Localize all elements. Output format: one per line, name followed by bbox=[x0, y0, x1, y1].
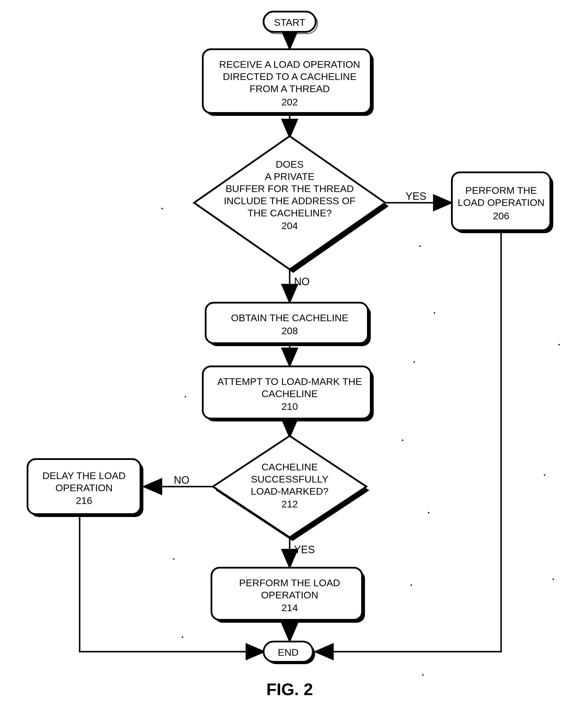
svg-point-32 bbox=[419, 246, 421, 247]
node-206-ref: 206 bbox=[493, 210, 510, 221]
node-212-line3: LOAD-MARKED? bbox=[251, 486, 328, 497]
node-206: PERFORM THE LOAD OPERATION 206 bbox=[452, 172, 553, 233]
node-216-line1: DELAY THE LOAD bbox=[42, 470, 125, 481]
node-214-ref: 214 bbox=[282, 602, 298, 613]
svg-point-38 bbox=[173, 559, 175, 560]
node-214: PERFORM THE LOAD OPERATION 214 bbox=[211, 568, 365, 623]
svg-point-33 bbox=[434, 312, 435, 314]
node-216-line2: OPERATION bbox=[55, 482, 113, 493]
start-label: START bbox=[274, 17, 305, 28]
edge-label-no-212: NO bbox=[174, 474, 190, 486]
node-204-line1: DOES bbox=[276, 159, 303, 170]
node-204: DOES A PRIVATE BUFFER FOR THE THREAD INC… bbox=[194, 136, 389, 273]
node-204-line4: INCLUDE THE ADDRESS OF bbox=[224, 195, 356, 206]
node-208-ref: 208 bbox=[282, 325, 298, 336]
svg-point-37 bbox=[428, 512, 430, 513]
edge-label-yes-204: YES bbox=[405, 190, 426, 202]
node-212-ref: 212 bbox=[282, 499, 298, 509]
node-212-line1: CACHELINE bbox=[262, 461, 318, 472]
node-202: RECEIVE A LOAD OPERATION DIRECTED TO A C… bbox=[203, 49, 374, 116]
node-210-line2: CACHELINE bbox=[262, 388, 318, 399]
node-204-line3: BUFFER FOR THE THREAD bbox=[226, 183, 354, 194]
svg-point-40 bbox=[182, 637, 183, 638]
node-214-line1: PERFORM THE LOAD bbox=[239, 577, 340, 588]
end-node: END bbox=[264, 642, 315, 664]
svg-point-36 bbox=[402, 440, 403, 441]
node-206-line2: LOAD OPERATION bbox=[458, 197, 545, 208]
node-204-ref: 204 bbox=[282, 220, 298, 231]
svg-point-42 bbox=[558, 344, 560, 345]
start-node: START bbox=[264, 11, 318, 34]
node-208: OBTAIN THE CACHELINE 208 bbox=[206, 303, 371, 346]
edge-label-yes-212: YES bbox=[294, 544, 315, 556]
node-202-line1: RECEIVE A LOAD OPERATION bbox=[219, 59, 360, 70]
node-212-line2: SUCCESSFULLY bbox=[251, 474, 328, 484]
end-label: END bbox=[278, 647, 299, 658]
node-210: ATTEMPT TO LOAD-MARK THE CACHELINE 210 bbox=[203, 366, 374, 422]
svg-point-34 bbox=[414, 362, 415, 363]
node-210-line1: ATTEMPT TO LOAD-MARK THE bbox=[217, 376, 362, 387]
svg-point-44 bbox=[553, 579, 554, 580]
node-204-line2: A PRIVATE bbox=[265, 171, 315, 182]
node-216: DELAY THE LOAD OPERATION 216 bbox=[28, 459, 143, 517]
node-202-ref: 202 bbox=[282, 96, 298, 107]
svg-point-43 bbox=[544, 474, 546, 476]
node-202-line2: DIRECTED TO A CACHELINE bbox=[223, 71, 357, 82]
svg-point-41 bbox=[422, 674, 424, 676]
node-204-line5: THE CACHELINE? bbox=[248, 207, 332, 218]
node-214-line2: OPERATION bbox=[261, 590, 318, 600]
node-202-line3: FROM A THREAD bbox=[250, 83, 330, 94]
node-212: CACHELINE SUCCESSFULLY LOAD-MARKED? 212 bbox=[213, 436, 369, 541]
node-216-ref: 216 bbox=[76, 495, 92, 506]
svg-point-31 bbox=[162, 208, 163, 209]
edge-label-no-204: NO bbox=[294, 276, 309, 288]
node-206-line1: PERFORM THE bbox=[465, 185, 537, 196]
svg-point-39 bbox=[411, 584, 412, 586]
svg-point-35 bbox=[185, 396, 186, 398]
node-210-ref: 210 bbox=[282, 401, 298, 412]
figure-label: FIG. 2 bbox=[266, 680, 313, 699]
node-208-line1: OBTAIN THE CACHELINE bbox=[231, 312, 349, 323]
